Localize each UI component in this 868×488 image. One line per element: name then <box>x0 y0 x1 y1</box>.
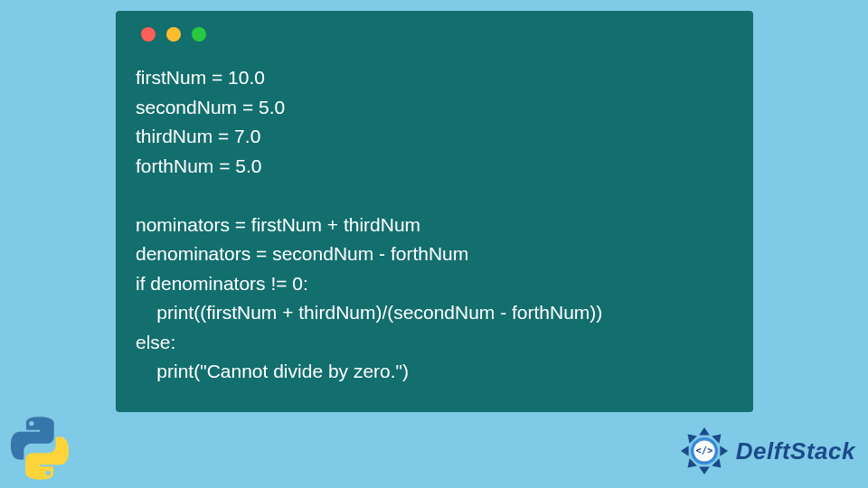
svg-marker-6 <box>681 446 689 456</box>
brand-badge-icon: </> <box>678 425 731 477</box>
code-window: firstNum = 10.0 secondNum = 5.0 thirdNum… <box>116 11 753 412</box>
minimize-icon <box>166 27 181 42</box>
window-controls <box>141 27 733 42</box>
maximize-icon <box>192 27 206 42</box>
code-block: firstNum = 10.0 secondNum = 5.0 thirdNum… <box>136 63 733 387</box>
svg-marker-4 <box>699 466 710 474</box>
python-logo-icon <box>7 416 72 481</box>
brand-name: DelftStack <box>736 437 855 465</box>
svg-text:</>: </> <box>695 445 712 455</box>
brand: </> DelftStack <box>678 425 855 477</box>
svg-marker-0 <box>699 427 710 436</box>
close-icon <box>141 27 156 42</box>
svg-marker-2 <box>720 446 728 456</box>
